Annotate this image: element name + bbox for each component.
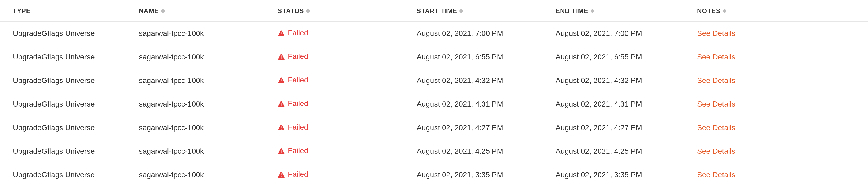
column-header-type[interactable]: TYPE <box>13 7 31 15</box>
cell-start-time: August 02, 2021, 4:31 PM <box>416 100 503 108</box>
cell-name: sagarwal-tpcc-100k <box>139 147 204 155</box>
cell-name: sagarwal-tpcc-100k <box>139 53 204 61</box>
cell-start-time: August 02, 2021, 4:25 PM <box>416 147 503 155</box>
svg-rect-4 <box>281 79 282 81</box>
cell-end-time: August 02, 2021, 4:32 PM <box>556 76 642 85</box>
cell-name: sagarwal-tpcc-100k <box>139 124 204 132</box>
column-header-end-label: END TIME <box>556 7 588 15</box>
svg-rect-11 <box>281 152 282 153</box>
table-row: UpgradeGflags Universesagarwal-tpcc-100k… <box>0 163 868 181</box>
svg-rect-2 <box>281 55 282 57</box>
column-header-status-label: STATUS <box>278 7 304 15</box>
svg-rect-1 <box>281 34 282 35</box>
svg-rect-10 <box>281 150 282 152</box>
table-row: UpgradeGflags Universesagarwal-tpcc-100k… <box>0 93 868 116</box>
table-row: UpgradeGflags Universesagarwal-tpcc-100k… <box>0 22 868 45</box>
cell-start-time: August 02, 2021, 3:35 PM <box>416 171 503 179</box>
cell-end-time: August 02, 2021, 4:31 PM <box>556 100 642 108</box>
cell-type: UpgradeGflags Universe <box>13 29 95 37</box>
warning-icon <box>278 77 285 83</box>
see-details-link[interactable]: See Details <box>697 76 735 85</box>
cell-status: Failed <box>278 76 308 84</box>
svg-rect-3 <box>281 58 282 59</box>
column-header-name-label: NAME <box>139 7 159 15</box>
column-header-notes-label: NOTES <box>697 7 720 15</box>
warning-icon <box>278 148 285 154</box>
svg-rect-12 <box>281 173 282 175</box>
cell-start-time: August 02, 2021, 4:32 PM <box>416 76 503 85</box>
cell-status: Failed <box>278 52 308 61</box>
cell-type: UpgradeGflags Universe <box>13 171 95 179</box>
cell-type: UpgradeGflags Universe <box>13 53 95 61</box>
column-header-notes[interactable]: NOTES <box>697 7 726 15</box>
sort-icon <box>459 8 463 14</box>
column-header-name[interactable]: NAME <box>139 7 165 15</box>
see-details-link[interactable]: See Details <box>697 124 735 132</box>
sort-icon <box>590 8 594 14</box>
status-text: Failed <box>288 29 308 37</box>
column-header-type-label: TYPE <box>13 7 31 15</box>
status-text: Failed <box>288 52 308 61</box>
cell-end-time: August 02, 2021, 4:25 PM <box>556 147 642 155</box>
see-details-link[interactable]: See Details <box>697 53 735 61</box>
cell-status: Failed <box>278 99 308 108</box>
status-text: Failed <box>288 147 308 155</box>
cell-name: sagarwal-tpcc-100k <box>139 29 204 37</box>
sort-icon <box>161 8 165 14</box>
svg-rect-6 <box>281 103 282 105</box>
sort-icon <box>306 8 310 14</box>
column-header-status[interactable]: STATUS <box>278 7 310 15</box>
table-row: UpgradeGflags Universesagarwal-tpcc-100k… <box>0 69 868 93</box>
status-text: Failed <box>288 99 308 108</box>
cell-start-time: August 02, 2021, 7:00 PM <box>416 29 503 37</box>
svg-rect-8 <box>281 126 282 128</box>
column-header-end-time[interactable]: END TIME <box>556 7 594 15</box>
see-details-link[interactable]: See Details <box>697 171 735 179</box>
svg-rect-5 <box>281 82 282 82</box>
warning-icon <box>278 124 285 130</box>
warning-icon <box>278 30 285 36</box>
tasks-table: TYPE NAME STATUS START T <box>0 0 868 181</box>
warning-icon <box>278 53 285 60</box>
table-header-row: TYPE NAME STATUS START T <box>0 0 868 22</box>
sort-icon <box>723 8 726 14</box>
svg-rect-7 <box>281 105 282 106</box>
table-body: UpgradeGflags Universesagarwal-tpcc-100k… <box>0 22 868 181</box>
cell-start-time: August 02, 2021, 6:55 PM <box>416 53 503 61</box>
cell-name: sagarwal-tpcc-100k <box>139 171 204 179</box>
cell-type: UpgradeGflags Universe <box>13 147 95 155</box>
warning-icon <box>278 171 285 178</box>
cell-status: Failed <box>278 29 308 37</box>
cell-end-time: August 02, 2021, 4:27 PM <box>556 124 642 132</box>
cell-end-time: August 02, 2021, 3:35 PM <box>556 171 642 179</box>
cell-status: Failed <box>278 170 308 179</box>
svg-rect-13 <box>281 176 282 177</box>
cell-type: UpgradeGflags Universe <box>13 100 95 108</box>
column-header-start-label: START TIME <box>416 7 457 15</box>
see-details-link[interactable]: See Details <box>697 29 735 37</box>
column-header-start-time[interactable]: START TIME <box>416 7 463 15</box>
cell-end-time: August 02, 2021, 7:00 PM <box>556 29 642 37</box>
cell-name: sagarwal-tpcc-100k <box>139 76 204 85</box>
see-details-link[interactable]: See Details <box>697 100 735 108</box>
table-row: UpgradeGflags Universesagarwal-tpcc-100k… <box>0 116 868 139</box>
svg-rect-9 <box>281 129 282 130</box>
table-row: UpgradeGflags Universesagarwal-tpcc-100k… <box>0 139 868 163</box>
cell-status: Failed <box>278 147 308 155</box>
table-row: UpgradeGflags Universesagarwal-tpcc-100k… <box>0 45 868 69</box>
cell-end-time: August 02, 2021, 6:55 PM <box>556 53 642 61</box>
cell-type: UpgradeGflags Universe <box>13 124 95 132</box>
see-details-link[interactable]: See Details <box>697 147 735 155</box>
status-text: Failed <box>288 76 308 84</box>
cell-start-time: August 02, 2021, 4:27 PM <box>416 124 503 132</box>
status-text: Failed <box>288 123 308 131</box>
cell-name: sagarwal-tpcc-100k <box>139 100 204 108</box>
cell-status: Failed <box>278 123 308 131</box>
svg-rect-0 <box>281 32 282 34</box>
warning-icon <box>278 100 285 107</box>
status-text: Failed <box>288 170 308 179</box>
cell-type: UpgradeGflags Universe <box>13 76 95 85</box>
